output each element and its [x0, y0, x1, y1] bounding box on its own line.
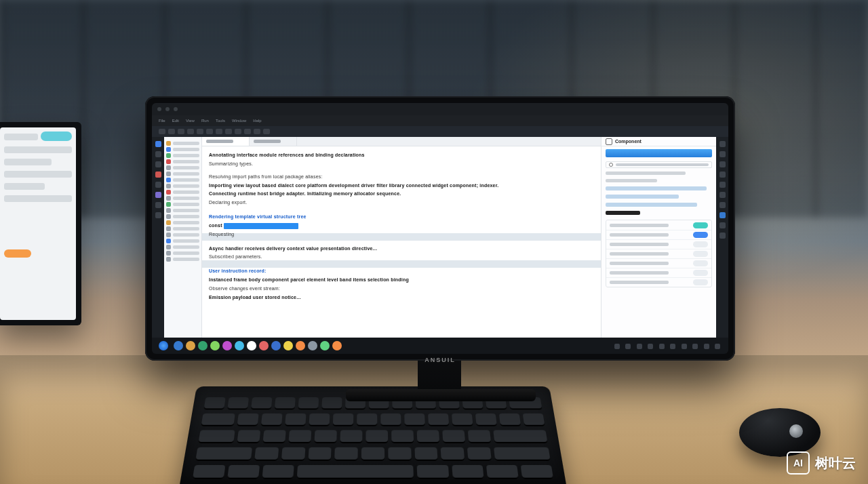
- list-item[interactable]: [606, 249, 711, 258]
- link-line[interactable]: [606, 203, 697, 207]
- item-pill[interactable]: [693, 279, 708, 285]
- toolbar-button[interactable]: [225, 129, 232, 134]
- taskbar-app-notes[interactable]: [283, 341, 293, 350]
- toolbar-button[interactable]: [263, 129, 270, 134]
- taskbar-app-vpn[interactable]: [320, 341, 330, 350]
- file-explorer[interactable]: [164, 137, 202, 338]
- menubar[interactable]: File Edit View Run Tools Window Help: [152, 115, 728, 126]
- explorer-item[interactable]: [166, 159, 199, 164]
- taskbar-app-editor[interactable]: [235, 341, 244, 350]
- menu-item[interactable]: Run: [201, 119, 209, 123]
- scm-icon[interactable]: [155, 161, 161, 167]
- explorer-item[interactable]: [166, 214, 199, 219]
- toolbar-button[interactable]: [254, 129, 260, 134]
- list-item[interactable]: [606, 277, 711, 287]
- list-item[interactable]: [606, 258, 711, 268]
- traffic-light-icon[interactable]: [174, 107, 178, 111]
- explorer-item[interactable]: [166, 141, 199, 146]
- toolbar-button[interactable]: [159, 129, 165, 134]
- explorer-item[interactable]: [166, 208, 199, 213]
- explorer-item[interactable]: [166, 165, 199, 170]
- start-button[interactable]: [159, 341, 168, 350]
- extensions-icon[interactable]: [155, 182, 161, 188]
- explorer-item[interactable]: [166, 172, 199, 176]
- menu-item[interactable]: Window: [232, 119, 246, 123]
- more-icon[interactable]: [719, 233, 726, 239]
- explorer-item[interactable]: [166, 153, 199, 158]
- settings-icon[interactable]: [719, 212, 726, 218]
- editor-tab[interactable]: [202, 137, 250, 146]
- settings-icon[interactable]: [155, 212, 161, 218]
- menu-item[interactable]: Help: [253, 119, 261, 123]
- traffic-light-icon[interactable]: [157, 107, 161, 111]
- explorer-item[interactable]: [166, 220, 199, 225]
- item-pill[interactable]: [693, 222, 708, 228]
- item-pill[interactable]: [693, 232, 708, 238]
- list-item[interactable]: [606, 268, 711, 277]
- menu-item[interactable]: File: [159, 119, 165, 123]
- explorer-item[interactable]: [166, 196, 199, 201]
- help-icon[interactable]: [719, 222, 726, 228]
- toolbar-button[interactable]: [235, 129, 241, 134]
- taskbar-app-disk[interactable]: [308, 341, 317, 350]
- notifications-icon[interactable]: [659, 344, 665, 349]
- explorer-item[interactable]: [166, 239, 199, 243]
- explorer-icon[interactable]: [155, 141, 161, 147]
- system-tray[interactable]: [613, 340, 722, 352]
- toolbar-button[interactable]: [206, 129, 213, 134]
- menu-item[interactable]: Edit: [172, 119, 179, 123]
- toolbar-button[interactable]: [178, 129, 184, 134]
- explorer-item[interactable]: [166, 190, 199, 195]
- taskbar-app-terminal[interactable]: [247, 341, 256, 350]
- explorer-item[interactable]: [166, 233, 199, 237]
- wifi-icon[interactable]: [614, 344, 620, 349]
- taskbar-app-music[interactable]: [222, 341, 232, 350]
- search-icon[interactable]: [155, 151, 161, 157]
- editor-body[interactable]: Annotating interface module references a…: [202, 146, 601, 338]
- item-pill[interactable]: [693, 270, 708, 276]
- radio-icon[interactable]: [609, 163, 613, 167]
- taskbar-app-chat[interactable]: [210, 341, 220, 350]
- explorer-item[interactable]: [166, 257, 199, 262]
- taskbar-app-store[interactable]: [271, 341, 281, 350]
- toolbar-button[interactable]: [216, 129, 222, 134]
- toolbar-button[interactable]: [197, 129, 203, 134]
- explorer-item[interactable]: [166, 202, 199, 207]
- list-item[interactable]: [606, 230, 711, 239]
- taskbar-app-browser[interactable]: [174, 341, 183, 350]
- battery-icon[interactable]: [637, 344, 642, 349]
- inspector-field[interactable]: [606, 161, 712, 168]
- assist-icon[interactable]: [715, 344, 720, 349]
- secondary-action-pill[interactable]: [41, 132, 72, 141]
- list-item[interactable]: [606, 239, 711, 249]
- toolbar-button[interactable]: [168, 129, 175, 134]
- explorer-item[interactable]: [166, 147, 199, 152]
- problems-icon[interactable]: [719, 172, 726, 178]
- zoom-icon[interactable]: [719, 202, 726, 208]
- toolbar-button[interactable]: [187, 129, 194, 134]
- item-pill[interactable]: [693, 251, 708, 257]
- taskbar-app-files[interactable]: [186, 341, 195, 350]
- taskbar-app-settings[interactable]: [332, 341, 342, 350]
- toolbar-button[interactable]: [244, 129, 251, 134]
- selected-element-bar[interactable]: [606, 149, 712, 157]
- sound-icon[interactable]: [625, 344, 631, 349]
- screen-icon[interactable]: [692, 344, 698, 349]
- explorer-item[interactable]: [166, 251, 199, 256]
- lang-icon[interactable]: [648, 344, 653, 349]
- power-icon[interactable]: [704, 344, 709, 349]
- item-pill[interactable]: [693, 260, 708, 266]
- taskbar-app-photos[interactable]: [296, 341, 305, 350]
- taskbar-app-mail[interactable]: [198, 341, 208, 350]
- link-line[interactable]: [606, 195, 679, 199]
- bookmark-icon[interactable]: [719, 151, 726, 157]
- remote-icon[interactable]: [155, 192, 161, 198]
- traffic-light-icon[interactable]: [165, 107, 170, 111]
- explorer-item[interactable]: [166, 184, 199, 188]
- terminal-icon[interactable]: [719, 182, 726, 188]
- menu-icon[interactable]: [682, 344, 687, 349]
- assist-icon[interactable]: [719, 141, 726, 147]
- link-line[interactable]: [606, 186, 707, 190]
- item-pill[interactable]: [693, 241, 708, 247]
- debug-icon[interactable]: [155, 172, 161, 178]
